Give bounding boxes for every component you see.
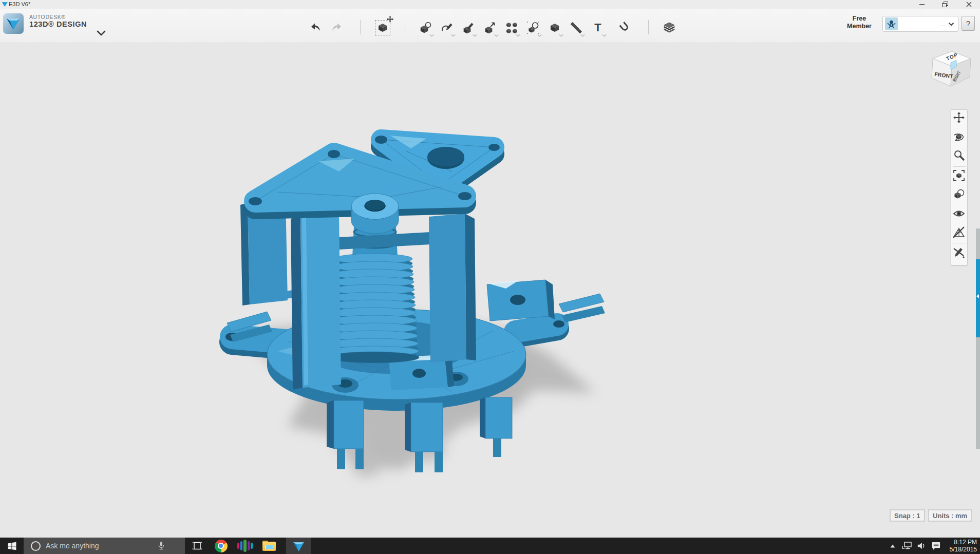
model-heatsink[interactable] xyxy=(328,254,419,363)
brand-text: AUTODESK® 123D® DESIGN xyxy=(29,14,87,29)
shaded-view-button[interactable] xyxy=(953,188,965,201)
minimize-button[interactable] xyxy=(916,1,928,8)
media-app-button[interactable] xyxy=(234,538,256,554)
text-dropdown-chevron[interactable] xyxy=(602,34,607,37)
network-icon xyxy=(902,541,912,550)
measure-button[interactable] xyxy=(569,20,584,35)
snap-button[interactable] xyxy=(617,20,633,35)
file-explorer-button[interactable] xyxy=(258,538,280,554)
viewport[interactable]: TOP FRONT RIGHT xyxy=(0,43,980,538)
transform-button[interactable] xyxy=(375,20,390,35)
close-button[interactable] xyxy=(963,1,975,8)
sketch-button[interactable] xyxy=(439,20,455,35)
modify-icon xyxy=(483,21,497,34)
units-setting-button[interactable]: Units : mm xyxy=(928,509,972,522)
taskbar: 8:12 PM 5/18/2015 xyxy=(0,538,980,554)
help-button[interactable]: ? xyxy=(962,16,975,31)
sketch-hidden-icon xyxy=(954,248,965,258)
account-menu[interactable]: ... xyxy=(882,16,958,32)
grouping-button[interactable] xyxy=(525,20,541,35)
fit-button[interactable] xyxy=(953,169,965,182)
material-button[interactable] xyxy=(662,20,677,35)
action-center-button[interactable] xyxy=(929,538,943,554)
cortana-ring-icon xyxy=(31,541,41,551)
snap-setting-button[interactable]: Snap : 1 xyxy=(890,509,925,522)
main-menu-chevron[interactable] xyxy=(97,30,106,36)
123d-design-taskbar-button[interactable] xyxy=(286,538,311,554)
cortana-search-box[interactable] xyxy=(24,538,185,554)
snap-label: Snap : 1 xyxy=(894,512,920,520)
primitives-button[interactable] xyxy=(418,20,433,35)
material-layers-icon xyxy=(663,21,676,34)
file-explorer-icon xyxy=(262,541,276,551)
volume-button[interactable] xyxy=(914,538,929,554)
app-window-icon xyxy=(2,2,8,7)
zoom-button[interactable] xyxy=(953,149,965,161)
pattern-button[interactable] xyxy=(504,20,519,35)
restore-button[interactable] xyxy=(939,1,951,8)
sketch-dropdown-chevron[interactable] xyxy=(451,34,456,37)
combine-icon xyxy=(548,21,561,34)
construct-button[interactable] xyxy=(461,20,476,35)
transform-cube-icon xyxy=(378,23,388,33)
modify-dropdown-chevron[interactable] xyxy=(494,34,499,37)
model-boss[interactable] xyxy=(351,194,399,234)
account-ellipsis: ... xyxy=(939,20,945,28)
visibility-button[interactable] xyxy=(953,207,965,220)
task-view-button[interactable] xyxy=(186,538,209,554)
zoom-icon xyxy=(955,151,964,160)
windows-logo-icon xyxy=(8,542,16,550)
orbit-icon xyxy=(954,134,963,141)
toggle-grid-button[interactable] xyxy=(953,226,965,239)
show-hidden-icons-button[interactable] xyxy=(885,538,900,554)
pan-button[interactable] xyxy=(953,111,965,124)
sketch-icon xyxy=(440,21,454,34)
primitives-dropdown-chevron[interactable] xyxy=(429,34,434,37)
eye-icon xyxy=(954,212,964,216)
clock-time: 8:12 PM xyxy=(943,539,977,546)
construct-icon xyxy=(462,21,475,34)
grouping-dropdown-chevron[interactable] xyxy=(537,34,542,37)
membership-label: Free Member xyxy=(840,15,878,30)
brand-line1: AUTODESK® xyxy=(29,14,87,20)
slide-panel-handle[interactable] xyxy=(976,259,980,337)
clock-date: 5/18/2015 xyxy=(943,546,977,553)
undo-button[interactable] xyxy=(308,20,323,35)
chrome-taskbar-button[interactable] xyxy=(210,538,232,554)
measure-icon xyxy=(570,21,583,34)
text-tool-icon: T xyxy=(594,21,601,34)
network-status-button[interactable] xyxy=(900,538,914,554)
membership-line2: Member xyxy=(840,23,878,30)
combine-dropdown-chevron[interactable] xyxy=(559,34,563,37)
redo-icon xyxy=(331,22,343,34)
measure-dropdown-chevron[interactable] xyxy=(580,34,585,37)
snap-magnet-icon xyxy=(618,21,632,34)
app-toolbar: AUTODESK® 123D® DESIGN xyxy=(0,9,980,43)
view-cube[interactable]: TOP FRONT RIGHT xyxy=(925,45,977,92)
text-button[interactable]: T xyxy=(590,20,606,35)
task-view-icon xyxy=(192,542,202,550)
search-input[interactable] xyxy=(46,542,156,550)
modify-button[interactable] xyxy=(482,20,498,35)
help-label: ? xyxy=(966,19,970,28)
minimize-icon xyxy=(919,4,925,5)
microphone-icon[interactable] xyxy=(157,540,165,551)
construct-dropdown-chevron[interactable] xyxy=(473,34,477,37)
primitives-icon xyxy=(419,21,432,34)
title-bar: E3D V6* xyxy=(0,0,980,9)
app-logo-button[interactable] xyxy=(3,13,24,34)
model-main-assembly[interactable] xyxy=(225,150,605,472)
start-button[interactable] xyxy=(0,538,24,554)
model-3d-view[interactable] xyxy=(0,43,980,538)
toolbar-separator xyxy=(648,20,649,34)
grouping-icon xyxy=(526,21,540,34)
pattern-dropdown-chevron[interactable] xyxy=(516,34,520,37)
123d-logo-icon xyxy=(3,13,24,34)
redo-button[interactable] xyxy=(329,20,345,35)
toggle-sketch-visibility-button[interactable] xyxy=(953,246,965,259)
chevron-up-icon xyxy=(890,544,895,548)
combine-button[interactable] xyxy=(547,20,562,35)
units-label: Units : mm xyxy=(933,512,967,520)
clock[interactable]: 8:12 PM 5/18/2015 xyxy=(943,539,977,553)
orbit-button[interactable] xyxy=(953,130,965,143)
